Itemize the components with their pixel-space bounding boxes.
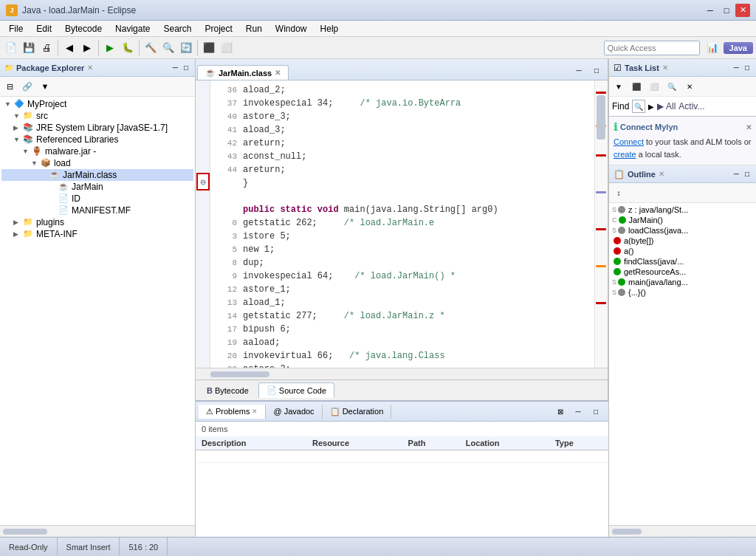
menu-run[interactable]: Run (240, 22, 268, 35)
maximize-button[interactable]: □ (719, 4, 734, 17)
javadoc-icon: @ (273, 407, 281, 416)
toolbar-persp-btn[interactable]: 📊 (704, 40, 721, 56)
tree-item-myproject[interactable]: ▼ 🔷 MyProject (1, 98, 193, 110)
problems-tab-x[interactable]: ✕ (252, 408, 258, 415)
menu-bytecode[interactable]: Bytecode (59, 22, 108, 35)
find-btn[interactable]: 🔍 (632, 100, 645, 113)
menu-file[interactable]: File (3, 22, 29, 35)
toolbar-debug[interactable]: 🐛 (120, 40, 136, 56)
editor-tab-jarmain[interactable]: ☕ JarMain.class ✕ (197, 65, 289, 80)
find-activ[interactable]: Activ... (678, 101, 704, 111)
editor-min[interactable]: ─ (571, 62, 587, 78)
tree-item-id[interactable]: 📄 ID (1, 193, 193, 205)
toolbar-run[interactable]: ▶ (102, 40, 118, 56)
toolbar-maximize[interactable]: ⬜ (219, 40, 235, 56)
package-explorer-tab-close[interactable]: ✕ (87, 64, 93, 72)
tl-btn2[interactable]: ⬛ (628, 78, 645, 95)
tree-item-jre[interactable]: ▶ 📚 JRE System Library [JavaSE-1.7] (1, 122, 193, 134)
minimap-scroll-thumb[interactable] (597, 95, 605, 140)
tree-item-malware[interactable]: ▼ 🏺 malware.jar - (1, 145, 193, 157)
tl-btn5[interactable]: ✕ (681, 78, 698, 95)
bytecode-tab[interactable]: B Bytecode (199, 383, 257, 398)
toolbar-save[interactable]: 💾 (21, 40, 37, 56)
tl-max-btn[interactable]: □ (743, 63, 752, 72)
toolbar-new[interactable]: 📄 (3, 40, 19, 56)
connect-mylyn-close[interactable]: ✕ (746, 123, 752, 131)
tab-class-icon: ☕ (205, 68, 216, 78)
tl-min-btn[interactable]: ─ (732, 63, 741, 72)
source-code-tab[interactable]: 📄 Source Code (258, 382, 334, 398)
bytecode-tab-label: Bytecode (215, 386, 249, 395)
outline-item-jarmain[interactable]: C JarMain() (611, 215, 755, 225)
outline-hscrollbar[interactable] (609, 525, 756, 537)
outline-item-a[interactable]: a() (611, 246, 755, 256)
toolbar-search[interactable]: 🔍 (160, 40, 176, 56)
outline-item-loadclass[interactable]: S loadClass(java... (611, 225, 755, 236)
close-button[interactable]: ✕ (735, 4, 750, 17)
quick-access-input[interactable] (604, 41, 700, 55)
outline-item-z[interactable]: S z : java/lang/St... (611, 205, 755, 215)
connect-link[interactable]: Connect (614, 137, 644, 146)
find-all[interactable]: ▶ All (657, 101, 676, 111)
toolbar-perspective[interactable]: ⬛ (201, 40, 217, 56)
menu-project[interactable]: Project (199, 22, 238, 35)
tree-item-load[interactable]: ▼ 📦 load (1, 157, 193, 169)
tree-item-jarmain-class[interactable]: ☕ JarMain.class (1, 169, 193, 181)
pe-hscrollbar[interactable] (0, 525, 195, 537)
outline-sort[interactable]: ↕ (611, 185, 627, 201)
menu-window[interactable]: Window (269, 22, 313, 35)
problems-min[interactable]: ─ (570, 403, 586, 419)
pe-hscroll-thumb[interactable] (3, 529, 47, 535)
tree-item-metainf[interactable]: ▶ 📁 META-INF (1, 228, 193, 240)
problems-tab[interactable]: ⚠ Problems ✕ (199, 405, 266, 419)
editor-area: ☕ JarMain.class ✕ ─ □ ⊖ (196, 59, 608, 400)
tab-close-btn[interactable]: ✕ (275, 69, 281, 77)
editor-hscrollbar[interactable] (196, 368, 608, 380)
tree-item-manifest[interactable]: 📄 MANIFEST.MF (1, 205, 193, 216)
outline-max-btn[interactable]: □ (743, 169, 752, 179)
tree-item-plugins[interactable]: ▶ 📁 plugins (1, 216, 193, 228)
outline-close[interactable]: ✕ (659, 170, 664, 178)
problems-filter[interactable]: ⊠ (552, 403, 568, 419)
tl-btn1[interactable]: ▼ (611, 78, 627, 95)
code-fold-btn[interactable]: ⊖ (196, 173, 210, 191)
outline-item-getresource[interactable]: getResourceAs... (611, 267, 755, 277)
outline-hscroll-thumb[interactable] (612, 529, 642, 535)
outline-item-abyte[interactable]: a(byte[]) (611, 236, 755, 246)
problems-max[interactable]: □ (588, 403, 604, 419)
outline-min-btn[interactable]: ─ (732, 169, 741, 179)
pe-link-editor[interactable]: 🔗 (19, 78, 35, 95)
editor-max[interactable]: □ (588, 62, 605, 78)
tree-item-reflibs[interactable]: ▼ 📚 Referenced Libraries (1, 134, 193, 145)
code-editor[interactable]: 36 aload_2; 37 invokespecial 34; /* java… (210, 80, 594, 368)
pe-collapse-all[interactable]: ⊟ (1, 78, 18, 95)
outline-item-main[interactable]: S main(java/lang... (611, 277, 755, 287)
toolbar-build[interactable]: 🔨 (142, 40, 159, 56)
menu-edit[interactable]: Edit (30, 22, 58, 35)
pe-dropdown[interactable]: ▼ (37, 78, 53, 95)
declaration-tab[interactable]: 📋 Declaration (323, 405, 392, 419)
menu-help[interactable]: Help (315, 22, 345, 35)
dot-loadclass (618, 227, 625, 234)
toolbar-refresh[interactable]: 🔄 (178, 40, 194, 56)
panel-max-btn[interactable]: □ (182, 63, 190, 72)
connect-mylyn-section: ℹ Connect Mylyn ✕ Connect to your task a… (609, 117, 756, 165)
javadoc-tab[interactable]: @ Javadoc (266, 405, 322, 419)
menu-search[interactable]: Search (157, 22, 197, 35)
outline-item-static[interactable]: S {...}() (611, 287, 755, 298)
outline-item-findclass[interactable]: findClass(java/... (611, 256, 755, 267)
tl-btn3[interactable]: ⬜ (646, 78, 662, 95)
minimize-button[interactable]: ─ (703, 4, 718, 17)
problems-area: ⚠ Problems ✕ @ Javadoc 📋 Declaration ⊠ (196, 400, 608, 537)
toolbar-back[interactable]: ◀ (61, 40, 78, 56)
toolbar-forward[interactable]: ▶ (79, 40, 95, 56)
tree-item-jarmain[interactable]: ☕ JarMain (1, 181, 193, 193)
tree-item-src[interactable]: ▼ 📁 src (1, 110, 193, 122)
create-link[interactable]: create (614, 150, 636, 159)
menu-navigate[interactable]: Navigate (109, 22, 156, 35)
task-list-close[interactable]: ✕ (662, 64, 668, 72)
toolbar-print[interactable]: 🖨 (38, 40, 55, 56)
tl-btn4[interactable]: 🔍 (664, 78, 680, 95)
editor-hscroll-thumb[interactable] (210, 371, 269, 377)
panel-min-btn[interactable]: ─ (171, 63, 180, 72)
